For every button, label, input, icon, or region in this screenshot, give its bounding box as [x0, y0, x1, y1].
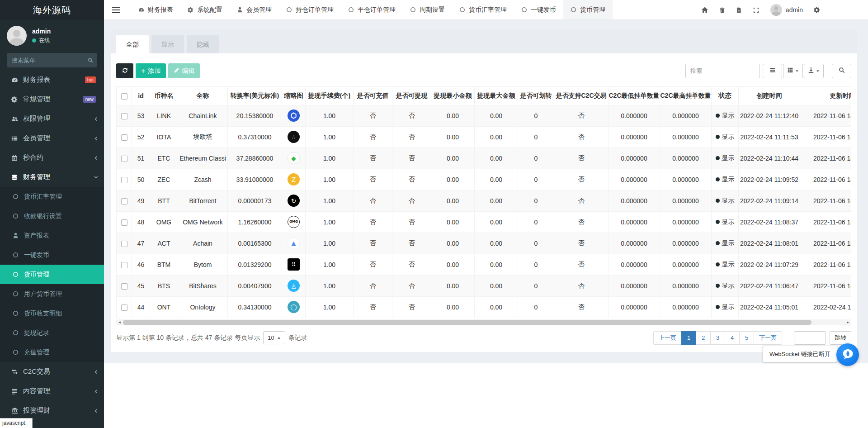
tab-货币管理[interactable]: 货币管理 — [563, 0, 613, 19]
document-icon[interactable] — [736, 7, 742, 14]
tab-一键发币[interactable]: 一键发币 — [514, 0, 563, 19]
tab-财务报表[interactable]: 财务报表 — [131, 0, 180, 19]
column-header[interactable]: 币种名 — [150, 87, 178, 105]
sidebar-item-C2C交易[interactable]: C2C交易‹ — [0, 362, 104, 381]
chat-widget-button[interactable] — [836, 343, 859, 366]
search-toggle-button[interactable] — [832, 64, 851, 78]
status-cell: 显示 — [712, 233, 739, 254]
hamburger-menu-icon[interactable] — [104, 0, 128, 19]
cell-full_name: Bytom — [178, 254, 228, 275]
column-header[interactable]: 提现最大金额 — [475, 87, 518, 105]
sidebar-item-常规管理[interactable]: 常规管理new — [0, 90, 104, 109]
content-icon — [10, 388, 19, 395]
column-header[interactable]: 转换率(美元标准) — [228, 87, 282, 105]
paging-toggle-button[interactable] — [763, 64, 782, 78]
row-checkbox[interactable] — [121, 283, 127, 290]
scroll-left-arrow-icon[interactable]: ◂ — [116, 319, 123, 325]
sidebar-item-权限管理[interactable]: 权限管理‹ — [0, 109, 104, 128]
calendar-icon — [10, 155, 19, 161]
column-header[interactable]: 是否支持C2C交易 — [554, 87, 609, 105]
search-icon[interactable] — [88, 57, 93, 65]
sidebar-search-input[interactable] — [7, 53, 97, 67]
sidebar-item-用户货币管理[interactable]: 用户货币管理 — [0, 284, 104, 304]
row-checkbox[interactable] — [121, 262, 127, 268]
sidebar-item-充值管理[interactable]: 充值管理 — [0, 342, 104, 362]
row-checkbox[interactable] — [121, 113, 127, 119]
cell-c2c_max: 0.000000 — [660, 296, 712, 318]
column-header[interactable]: 是否可提现 — [392, 87, 431, 105]
sidebar-item-会员管理[interactable]: 会员管理‹ — [0, 128, 104, 148]
row-checkbox[interactable] — [121, 198, 127, 204]
column-header[interactable]: 状态 — [712, 87, 739, 105]
filter-tab-全部[interactable]: 全部 — [116, 35, 149, 53]
table-search-input[interactable] — [685, 64, 760, 78]
user-menu[interactable]: admin — [770, 4, 803, 16]
prev-page-button[interactable]: 上一页 — [653, 331, 682, 345]
column-header[interactable]: 提现最小金额 — [431, 87, 475, 105]
columns-button[interactable] — [783, 64, 803, 78]
trash-icon[interactable] — [719, 7, 725, 14]
sidebar-item-内容管理[interactable]: 内容管理‹ — [0, 381, 104, 401]
filter-tab-隐藏[interactable]: 隐藏 — [187, 35, 219, 53]
cell-withdraw_min: 0.00 — [431, 296, 475, 318]
gear-icon — [10, 96, 19, 103]
horizontal-scrollbar[interactable]: ◂ ▸ — [116, 319, 851, 325]
sidebar-item-货币管理[interactable]: 货币管理 — [0, 265, 104, 284]
column-header[interactable]: C2C最低挂单数量 — [609, 87, 660, 105]
row-checkbox[interactable] — [121, 177, 127, 183]
sidebar-item-一键发币[interactable]: 一键发币 — [0, 245, 104, 265]
sidebar-item-货币收支明细[interactable]: 货币收支明细 — [0, 304, 104, 323]
next-page-button[interactable]: 下一页 — [754, 331, 782, 345]
add-button[interactable]: +添加 — [136, 63, 166, 78]
sidebar-item-收款银行设置[interactable]: 收款银行设置 — [0, 206, 104, 226]
sidebar-item-秒合约[interactable]: 秒合约‹ — [0, 148, 104, 167]
export-button[interactable] — [804, 64, 824, 78]
column-header[interactable]: id — [132, 87, 150, 105]
row-checkbox[interactable] — [121, 304, 127, 311]
sidebar-item-货币汇率管理[interactable]: 货币汇率管理 — [0, 187, 104, 206]
row-checkbox[interactable] — [121, 241, 127, 247]
select-all-checkbox[interactable] — [121, 93, 127, 100]
column-header[interactable]: 是否可划转 — [518, 87, 554, 105]
jump-page-input[interactable] — [794, 331, 826, 345]
tab-平仓订单管理[interactable]: 平仓订单管理 — [341, 0, 403, 19]
column-header[interactable]: 更新时间 — [800, 87, 852, 105]
cell-created_at: 2022-02-24 11:05:01 — [739, 296, 800, 318]
tab-持仓订单管理[interactable]: 持仓订单管理 — [279, 0, 341, 19]
page-size-dropdown[interactable]: 10 — [263, 331, 285, 344]
page-button-3[interactable]: 3 — [710, 331, 725, 345]
scroll-right-arrow-icon[interactable]: ▸ — [844, 319, 851, 325]
sidebar-item-提现记录[interactable]: 提现记录 — [0, 323, 104, 342]
column-header[interactable]: 缩略图 — [282, 87, 306, 105]
cell-c2c_support: 否 — [554, 254, 609, 275]
tab-系统配置[interactable]: 系统配置 — [180, 0, 230, 19]
cell-can_recharge: 否 — [354, 211, 392, 233]
column-header[interactable]: 提现手续费(个) — [306, 87, 354, 105]
page-button-1[interactable]: 1 — [681, 331, 696, 345]
row-checkbox[interactable] — [121, 134, 127, 141]
column-header[interactable]: C2C最高挂单数量 — [660, 87, 712, 105]
scrollbar-thumb[interactable] — [123, 320, 811, 325]
page-button-5[interactable]: 5 — [739, 331, 754, 345]
jump-button[interactable]: 跳转 — [830, 331, 851, 345]
tab-会员管理[interactable]: 会员管理 — [230, 0, 279, 19]
filter-tab-显示[interactable]: 显示 — [151, 35, 184, 53]
page-button-2[interactable]: 2 — [696, 331, 711, 345]
tab-货币汇率管理[interactable]: 货币汇率管理 — [452, 0, 514, 19]
page-button-4[interactable]: 4 — [725, 331, 740, 345]
sidebar-item-投资理财[interactable]: 投资理财‹ — [0, 401, 104, 420]
row-checkbox[interactable] — [121, 156, 127, 162]
column-header[interactable]: 是否可充值 — [354, 87, 392, 105]
refresh-button[interactable] — [116, 63, 133, 78]
sidebar-item-财务管理[interactable]: 财务管理‹ — [0, 167, 104, 187]
column-header[interactable]: 全称 — [178, 87, 228, 105]
edit-button[interactable]: 编辑 — [168, 63, 200, 78]
column-header[interactable]: 创建时间 — [739, 87, 800, 105]
settings-gears-icon[interactable] — [814, 7, 820, 13]
tab-周期设置[interactable]: 周期设置 — [403, 0, 452, 19]
sidebar-item-资产报表[interactable]: 资产报表 — [0, 226, 104, 245]
row-checkbox[interactable] — [121, 219, 127, 226]
home-icon[interactable] — [701, 6, 708, 14]
sidebar-item-财务报表[interactable]: 财务报表hot — [0, 70, 104, 90]
fullscreen-icon[interactable] — [753, 7, 760, 14]
